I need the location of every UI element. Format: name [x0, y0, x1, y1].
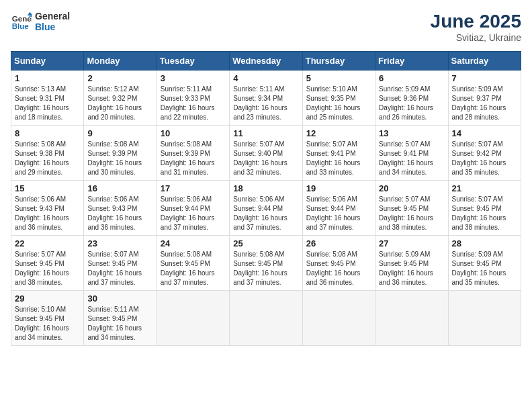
- day-info: Sunrise: 5:11 AM Sunset: 9:33 PM Dayligh…: [161, 85, 226, 122]
- day-info: Sunrise: 5:06 AM Sunset: 9:44 PM Dayligh…: [233, 195, 298, 232]
- calendar-cell: 10Sunrise: 5:08 AM Sunset: 9:39 PM Dayli…: [157, 126, 229, 181]
- calendar-cell: 30Sunrise: 5:11 AM Sunset: 9:45 PM Dayli…: [84, 291, 157, 346]
- calendar-cell: 8Sunrise: 5:08 AM Sunset: 9:38 PM Daylig…: [11, 126, 84, 181]
- day-number: 21: [452, 183, 517, 193]
- header-friday: Friday: [375, 52, 448, 71]
- day-number: 16: [87, 183, 152, 193]
- day-number: 24: [161, 238, 226, 248]
- day-number: 14: [452, 128, 517, 138]
- day-info: Sunrise: 5:11 AM Sunset: 9:45 PM Dayligh…: [87, 305, 152, 342]
- day-info: Sunrise: 5:07 AM Sunset: 9:40 PM Dayligh…: [233, 140, 298, 177]
- day-info: Sunrise: 5:06 AM Sunset: 9:44 PM Dayligh…: [161, 195, 226, 232]
- day-info: Sunrise: 5:06 AM Sunset: 9:43 PM Dayligh…: [15, 195, 80, 232]
- calendar-cell: 21Sunrise: 5:07 AM Sunset: 9:45 PM Dayli…: [448, 181, 521, 236]
- day-info: Sunrise: 5:07 AM Sunset: 9:42 PM Dayligh…: [452, 140, 517, 177]
- day-number: 6: [379, 73, 444, 83]
- day-info: Sunrise: 5:09 AM Sunset: 9:36 PM Dayligh…: [379, 85, 444, 122]
- day-info: Sunrise: 5:08 AM Sunset: 9:45 PM Dayligh…: [233, 250, 298, 287]
- day-number: 1: [15, 73, 80, 83]
- calendar-week-row: 29Sunrise: 5:10 AM Sunset: 9:45 PM Dayli…: [11, 291, 521, 346]
- day-number: 29: [15, 293, 80, 304]
- calendar-cell: 27Sunrise: 5:09 AM Sunset: 9:45 PM Dayli…: [375, 236, 448, 291]
- location-subtitle: Svitiaz, Ukraine: [431, 32, 521, 43]
- calendar-cell: 5Sunrise: 5:10 AM Sunset: 9:35 PM Daylig…: [302, 71, 375, 126]
- day-number: 25: [233, 238, 298, 248]
- calendar-cell: [448, 291, 521, 346]
- header-tuesday: Tuesday: [157, 52, 229, 71]
- month-title: June 2025: [431, 11, 521, 32]
- day-number: 30: [87, 293, 152, 304]
- day-number: 10: [161, 128, 226, 138]
- header-monday: Monday: [84, 52, 157, 71]
- day-info: Sunrise: 5:09 AM Sunset: 9:37 PM Dayligh…: [452, 85, 517, 122]
- day-info: Sunrise: 5:13 AM Sunset: 9:31 PM Dayligh…: [15, 85, 80, 122]
- day-info: Sunrise: 5:09 AM Sunset: 9:45 PM Dayligh…: [379, 250, 444, 287]
- calendar-cell: [157, 291, 229, 346]
- day-info: Sunrise: 5:12 AM Sunset: 9:32 PM Dayligh…: [87, 85, 152, 122]
- calendar-cell: 24Sunrise: 5:08 AM Sunset: 9:45 PM Dayli…: [157, 236, 229, 291]
- day-number: 9: [87, 128, 152, 138]
- calendar-cell: [230, 291, 302, 346]
- calendar-cell: 15Sunrise: 5:06 AM Sunset: 9:43 PM Dayli…: [11, 181, 84, 236]
- header-thursday: Thursday: [302, 52, 375, 71]
- day-headers-row: Sunday Monday Tuesday Wednesday Thursday…: [11, 52, 521, 71]
- calendar-cell: 18Sunrise: 5:06 AM Sunset: 9:44 PM Dayli…: [230, 181, 302, 236]
- header-saturday: Saturday: [448, 52, 521, 71]
- title-block: June 2025 Svitiaz, Ukraine: [431, 11, 521, 43]
- day-info: Sunrise: 5:07 AM Sunset: 9:45 PM Dayligh…: [379, 195, 444, 232]
- calendar-cell: 26Sunrise: 5:08 AM Sunset: 9:45 PM Dayli…: [302, 236, 375, 291]
- day-number: 3: [161, 73, 226, 83]
- calendar-cell: 29Sunrise: 5:10 AM Sunset: 9:45 PM Dayli…: [11, 291, 84, 346]
- logo-text-general: General: [35, 11, 70, 21]
- day-number: 8: [15, 128, 80, 138]
- day-number: 11: [233, 128, 298, 138]
- day-number: 26: [306, 238, 371, 248]
- day-info: Sunrise: 5:09 AM Sunset: 9:45 PM Dayligh…: [452, 250, 517, 287]
- day-number: 4: [233, 73, 298, 83]
- day-info: Sunrise: 5:10 AM Sunset: 9:45 PM Dayligh…: [15, 305, 80, 342]
- calendar-cell: 1Sunrise: 5:13 AM Sunset: 9:31 PM Daylig…: [11, 71, 84, 126]
- calendar-week-row: 22Sunrise: 5:07 AM Sunset: 9:45 PM Dayli…: [11, 236, 521, 291]
- day-info: Sunrise: 5:07 AM Sunset: 9:45 PM Dayligh…: [452, 195, 517, 232]
- calendar-cell: 2Sunrise: 5:12 AM Sunset: 9:32 PM Daylig…: [84, 71, 157, 126]
- day-info: Sunrise: 5:08 AM Sunset: 9:38 PM Dayligh…: [15, 140, 80, 177]
- calendar-cell: [375, 291, 448, 346]
- calendar-week-row: 1Sunrise: 5:13 AM Sunset: 9:31 PM Daylig…: [11, 71, 521, 126]
- calendar-week-row: 8Sunrise: 5:08 AM Sunset: 9:38 PM Daylig…: [11, 126, 521, 181]
- day-number: 18: [233, 183, 298, 193]
- calendar-cell: 28Sunrise: 5:09 AM Sunset: 9:45 PM Dayli…: [448, 236, 521, 291]
- day-number: 15: [15, 183, 80, 193]
- calendar-cell: 20Sunrise: 5:07 AM Sunset: 9:45 PM Dayli…: [375, 181, 448, 236]
- svg-text:Blue: Blue: [12, 22, 30, 30]
- day-number: 17: [161, 183, 226, 193]
- calendar-cell: 7Sunrise: 5:09 AM Sunset: 9:37 PM Daylig…: [448, 71, 521, 126]
- calendar-cell: 17Sunrise: 5:06 AM Sunset: 9:44 PM Dayli…: [157, 181, 229, 236]
- day-info: Sunrise: 5:10 AM Sunset: 9:35 PM Dayligh…: [306, 85, 371, 122]
- day-number: 27: [379, 238, 444, 248]
- day-info: Sunrise: 5:08 AM Sunset: 9:39 PM Dayligh…: [87, 140, 152, 177]
- calendar-cell: 6Sunrise: 5:09 AM Sunset: 9:36 PM Daylig…: [375, 71, 448, 126]
- day-info: Sunrise: 5:06 AM Sunset: 9:43 PM Dayligh…: [87, 195, 152, 232]
- day-info: Sunrise: 5:07 AM Sunset: 9:45 PM Dayligh…: [87, 250, 152, 287]
- calendar-cell: 4Sunrise: 5:11 AM Sunset: 9:34 PM Daylig…: [230, 71, 302, 126]
- logo-text-blue: Blue: [35, 21, 70, 32]
- calendar-cell: 19Sunrise: 5:06 AM Sunset: 9:44 PM Dayli…: [302, 181, 375, 236]
- day-number: 28: [452, 238, 517, 248]
- day-info: Sunrise: 5:08 AM Sunset: 9:45 PM Dayligh…: [306, 250, 371, 287]
- header-sunday: Sunday: [11, 52, 84, 71]
- day-number: 22: [15, 238, 80, 248]
- calendar-cell: [302, 291, 375, 346]
- day-info: Sunrise: 5:07 AM Sunset: 9:41 PM Dayligh…: [379, 140, 444, 177]
- day-info: Sunrise: 5:06 AM Sunset: 9:44 PM Dayligh…: [306, 195, 371, 232]
- calendar-cell: 22Sunrise: 5:07 AM Sunset: 9:45 PM Dayli…: [11, 236, 84, 291]
- calendar-cell: 16Sunrise: 5:06 AM Sunset: 9:43 PM Dayli…: [84, 181, 157, 236]
- calendar-cell: 13Sunrise: 5:07 AM Sunset: 9:41 PM Dayli…: [375, 126, 448, 181]
- day-number: 12: [306, 128, 371, 138]
- day-number: 2: [87, 73, 152, 83]
- day-number: 5: [306, 73, 371, 83]
- day-info: Sunrise: 5:11 AM Sunset: 9:34 PM Dayligh…: [233, 85, 298, 122]
- day-info: Sunrise: 5:07 AM Sunset: 9:45 PM Dayligh…: [15, 250, 80, 287]
- calendar-cell: 11Sunrise: 5:07 AM Sunset: 9:40 PM Dayli…: [230, 126, 302, 181]
- day-number: 13: [379, 128, 444, 138]
- calendar-cell: 9Sunrise: 5:08 AM Sunset: 9:39 PM Daylig…: [84, 126, 157, 181]
